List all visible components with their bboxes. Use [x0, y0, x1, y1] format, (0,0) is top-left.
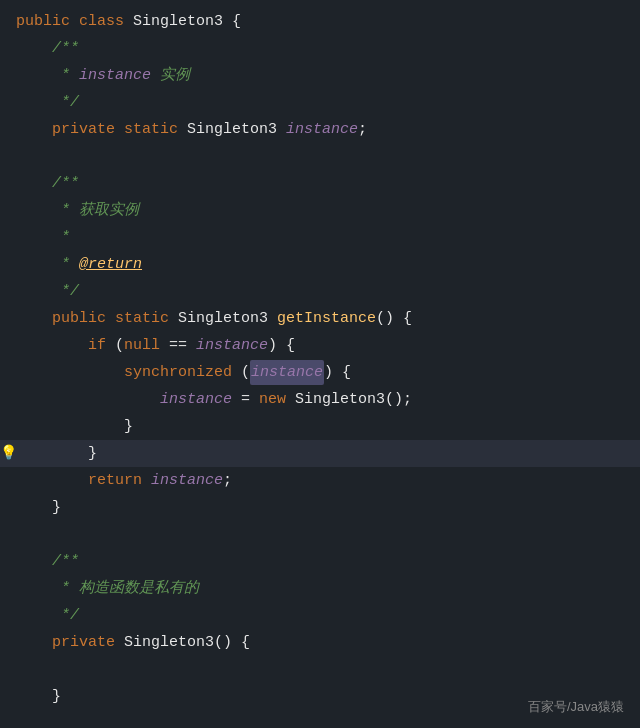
code-line-23: */ — [0, 602, 640, 629]
code-editor: public class Singleton3 { /** * instance… — [0, 0, 640, 718]
code-line-4: */ — [0, 89, 640, 116]
code-line-25 — [0, 656, 640, 683]
code-line-22: * 构造函数是私有的 — [0, 575, 640, 602]
code-line-2: /** — [0, 35, 640, 62]
class-name: Singleton3 — [133, 9, 232, 35]
code-line-17: 💡 } — [0, 440, 640, 467]
code-line-10: * @return — [0, 251, 640, 278]
code-line-21: /** — [0, 548, 640, 575]
code-line-1: public class Singleton3 { — [0, 8, 640, 35]
code-line-24: private Singleton3() { — [0, 629, 640, 656]
code-line-19: } — [0, 494, 640, 521]
watermark: 百家号/Java猿猿 — [528, 696, 624, 718]
code-line-15: instance = new Singleton3(); — [0, 386, 640, 413]
keyword-class: class — [79, 9, 133, 35]
code-line-13: if (null == instance) { — [0, 332, 640, 359]
code-line-3: * instance 实例 — [0, 62, 640, 89]
code-line-5: private static Singleton3 instance; — [0, 116, 640, 143]
code-line-8: * 获取实例 — [0, 197, 640, 224]
code-line-9: * — [0, 224, 640, 251]
code-line-7: /** — [0, 170, 640, 197]
code-line-6 — [0, 143, 640, 170]
code-line-12: public static Singleton3 getInstance() { — [0, 305, 640, 332]
code-line-14: synchronized (instance) { — [0, 359, 640, 386]
code-line-11: */ — [0, 278, 640, 305]
code-line-16: } — [0, 413, 640, 440]
keyword-public: public — [16, 9, 79, 35]
hint-bulb-icon: 💡 — [0, 442, 17, 466]
code-line-20 — [0, 521, 640, 548]
code-line-18: return instance; — [0, 467, 640, 494]
